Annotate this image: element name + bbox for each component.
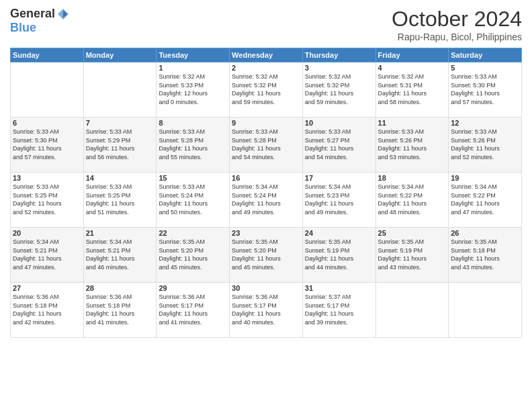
calendar-cell: 16Sunrise: 5:34 AM Sunset: 5:24 PM Dayli… (230, 173, 303, 228)
day-number: 9 (232, 119, 300, 127)
day-info: Sunrise: 5:36 AM Sunset: 5:17 PM Dayligh… (232, 293, 300, 326)
col-saturday: Saturday (449, 48, 522, 62)
day-info: Sunrise: 5:32 AM Sunset: 5:32 PM Dayligh… (232, 73, 300, 106)
calendar-cell (449, 283, 522, 338)
day-number: 19 (451, 174, 519, 182)
calendar-cell: 3Sunrise: 5:32 AM Sunset: 5:32 PM Daylig… (302, 62, 375, 118)
day-info: Sunrise: 5:35 AM Sunset: 5:18 PM Dayligh… (451, 238, 519, 271)
calendar-cell: 22Sunrise: 5:35 AM Sunset: 5:20 PM Dayli… (157, 228, 230, 283)
day-info: Sunrise: 5:33 AM Sunset: 5:25 PM Dayligh… (86, 183, 154, 216)
day-number: 28 (86, 284, 154, 292)
calendar-cell (83, 62, 157, 118)
day-number: 3 (305, 64, 373, 72)
day-number: 14 (86, 174, 154, 182)
day-info: Sunrise: 5:33 AM Sunset: 5:27 PM Dayligh… (305, 128, 373, 161)
day-info: Sunrise: 5:33 AM Sunset: 5:30 PM Dayligh… (13, 128, 81, 161)
day-number: 15 (159, 174, 227, 182)
day-number: 22 (159, 229, 227, 237)
day-number: 25 (378, 229, 447, 237)
day-number: 29 (159, 284, 227, 292)
day-info: Sunrise: 5:33 AM Sunset: 5:30 PM Dayligh… (451, 73, 519, 106)
day-number: 12 (451, 119, 519, 127)
col-thursday: Thursday (302, 48, 375, 62)
logo: General Blue (10, 7, 70, 35)
calendar-cell: 2Sunrise: 5:32 AM Sunset: 5:32 PM Daylig… (230, 62, 303, 118)
day-info: Sunrise: 5:33 AM Sunset: 5:29 PM Dayligh… (86, 128, 154, 161)
calendar-cell: 17Sunrise: 5:34 AM Sunset: 5:23 PM Dayli… (302, 173, 375, 228)
day-info: Sunrise: 5:36 AM Sunset: 5:18 PM Dayligh… (86, 293, 154, 326)
calendar-cell: 12Sunrise: 5:33 AM Sunset: 5:26 PM Dayli… (449, 118, 522, 173)
day-info: Sunrise: 5:34 AM Sunset: 5:23 PM Dayligh… (305, 183, 373, 216)
day-number: 27 (13, 284, 81, 292)
day-info: Sunrise: 5:34 AM Sunset: 5:22 PM Dayligh… (451, 183, 519, 216)
calendar-cell: 20Sunrise: 5:34 AM Sunset: 5:21 PM Dayli… (11, 228, 84, 283)
day-number: 1 (159, 64, 227, 72)
header: General Blue October 2024 Rapu-Rapu, Bic… (10, 7, 522, 42)
col-friday: Friday (375, 48, 449, 62)
day-number: 24 (305, 229, 373, 237)
day-number: 7 (86, 119, 154, 127)
day-info: Sunrise: 5:37 AM Sunset: 5:17 PM Dayligh… (305, 293, 373, 326)
day-number: 21 (86, 229, 154, 237)
calendar-cell: 6Sunrise: 5:33 AM Sunset: 5:30 PM Daylig… (11, 118, 84, 173)
calendar-week-4: 27Sunrise: 5:36 AM Sunset: 5:18 PM Dayli… (11, 283, 522, 338)
header-row: Sunday Monday Tuesday Wednesday Thursday… (11, 48, 522, 62)
calendar-cell: 5Sunrise: 5:33 AM Sunset: 5:30 PM Daylig… (449, 62, 522, 118)
day-number: 10 (305, 119, 373, 127)
calendar-cell: 24Sunrise: 5:35 AM Sunset: 5:19 PM Dayli… (302, 228, 375, 283)
calendar-cell: 7Sunrise: 5:33 AM Sunset: 5:29 PM Daylig… (83, 118, 157, 173)
day-info: Sunrise: 5:32 AM Sunset: 5:32 PM Dayligh… (305, 73, 373, 106)
calendar-cell (11, 62, 84, 118)
calendar-cell (375, 283, 449, 338)
day-number: 20 (13, 229, 81, 237)
calendar-cell: 13Sunrise: 5:33 AM Sunset: 5:25 PM Dayli… (11, 173, 84, 228)
day-info: Sunrise: 5:35 AM Sunset: 5:20 PM Dayligh… (232, 238, 300, 271)
calendar-cell: 26Sunrise: 5:35 AM Sunset: 5:18 PM Dayli… (449, 228, 522, 283)
location: Rapu-Rapu, Bicol, Philippines (392, 32, 522, 42)
day-number: 23 (232, 229, 300, 237)
calendar-cell: 21Sunrise: 5:34 AM Sunset: 5:21 PM Dayli… (83, 228, 157, 283)
day-info: Sunrise: 5:32 AM Sunset: 5:31 PM Dayligh… (378, 73, 447, 106)
page: General Blue October 2024 Rapu-Rapu, Bic… (0, 0, 532, 411)
month-title: October 2024 (392, 7, 522, 32)
calendar-cell: 10Sunrise: 5:33 AM Sunset: 5:27 PM Dayli… (302, 118, 375, 173)
calendar-cell: 15Sunrise: 5:33 AM Sunset: 5:24 PM Dayli… (157, 173, 230, 228)
logo-icon (56, 7, 70, 21)
calendar-cell: 27Sunrise: 5:36 AM Sunset: 5:18 PM Dayli… (11, 283, 84, 338)
logo-blue: Blue (10, 21, 36, 35)
calendar-week-1: 6Sunrise: 5:33 AM Sunset: 5:30 PM Daylig… (11, 118, 522, 173)
calendar-week-0: 1Sunrise: 5:32 AM Sunset: 5:33 PM Daylig… (11, 62, 522, 118)
calendar-cell: 4Sunrise: 5:32 AM Sunset: 5:31 PM Daylig… (375, 62, 449, 118)
day-info: Sunrise: 5:33 AM Sunset: 5:28 PM Dayligh… (159, 128, 227, 161)
day-number: 13 (13, 174, 81, 182)
calendar-cell: 9Sunrise: 5:33 AM Sunset: 5:28 PM Daylig… (230, 118, 303, 173)
day-info: Sunrise: 5:34 AM Sunset: 5:21 PM Dayligh… (13, 238, 81, 271)
day-info: Sunrise: 5:33 AM Sunset: 5:26 PM Dayligh… (378, 128, 447, 161)
day-info: Sunrise: 5:33 AM Sunset: 5:25 PM Dayligh… (13, 183, 81, 216)
calendar-cell: 28Sunrise: 5:36 AM Sunset: 5:18 PM Dayli… (83, 283, 157, 338)
day-info: Sunrise: 5:34 AM Sunset: 5:24 PM Dayligh… (232, 183, 300, 216)
calendar-cell: 11Sunrise: 5:33 AM Sunset: 5:26 PM Dayli… (375, 118, 449, 173)
day-info: Sunrise: 5:36 AM Sunset: 5:18 PM Dayligh… (13, 293, 81, 326)
calendar-cell: 29Sunrise: 5:36 AM Sunset: 5:17 PM Dayli… (157, 283, 230, 338)
calendar-cell: 1Sunrise: 5:32 AM Sunset: 5:33 PM Daylig… (157, 62, 230, 118)
day-info: Sunrise: 5:34 AM Sunset: 5:22 PM Dayligh… (378, 183, 447, 216)
calendar-cell: 14Sunrise: 5:33 AM Sunset: 5:25 PM Dayli… (83, 173, 157, 228)
calendar-cell: 25Sunrise: 5:35 AM Sunset: 5:19 PM Dayli… (375, 228, 449, 283)
day-number: 11 (378, 119, 447, 127)
day-number: 2 (232, 64, 300, 72)
col-sunday: Sunday (11, 48, 84, 62)
day-number: 6 (13, 119, 81, 127)
calendar-cell: 31Sunrise: 5:37 AM Sunset: 5:17 PM Dayli… (302, 283, 375, 338)
day-info: Sunrise: 5:34 AM Sunset: 5:21 PM Dayligh… (86, 238, 154, 271)
day-number: 4 (378, 64, 447, 72)
day-info: Sunrise: 5:33 AM Sunset: 5:24 PM Dayligh… (159, 183, 227, 216)
day-info: Sunrise: 5:32 AM Sunset: 5:33 PM Dayligh… (159, 73, 227, 106)
day-number: 17 (305, 174, 373, 182)
calendar-table: Sunday Monday Tuesday Wednesday Thursday… (10, 48, 522, 338)
day-info: Sunrise: 5:33 AM Sunset: 5:26 PM Dayligh… (451, 128, 519, 161)
col-tuesday: Tuesday (157, 48, 230, 62)
day-number: 30 (232, 284, 300, 292)
day-info: Sunrise: 5:35 AM Sunset: 5:19 PM Dayligh… (378, 238, 447, 271)
day-info: Sunrise: 5:35 AM Sunset: 5:20 PM Dayligh… (159, 238, 227, 271)
